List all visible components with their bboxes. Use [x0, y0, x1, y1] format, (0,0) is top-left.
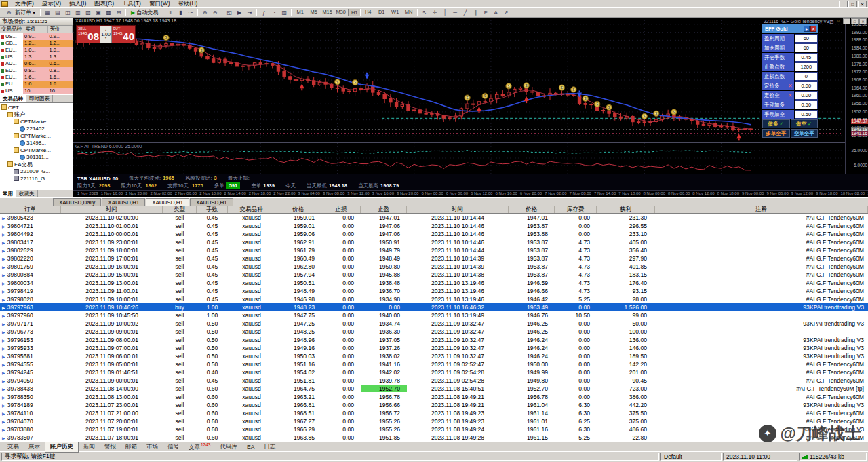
buy-long-button[interactable]: 做多✓ — [762, 119, 790, 128]
efp-field-label[interactable]: 定价空✕ — [762, 91, 794, 100]
table-row[interactable]: ▶397840702023.11.07 20:00:01sell0.60xauu… — [0, 417, 868, 425]
table-row[interactable]: ▶398000342023.11.09 13:00:01sell0.45xauu… — [0, 279, 868, 287]
channel-icon[interactable]: ∥ — [471, 9, 480, 17]
table-row[interactable]: ▶397961532023.11.09 08:00:01sell0.50xauu… — [0, 336, 868, 344]
market-watch-row[interactable]: AU...0.6...0.6... — [0, 60, 73, 67]
table-row[interactable]: ▶397942452023.11.09 01:46:51sell0.40xauu… — [0, 368, 868, 377]
menu-item-3[interactable]: 图表(C) — [90, 0, 118, 7]
history-col-8[interactable]: 时间 — [407, 206, 509, 213]
cancel-icon[interactable]: ✕ — [788, 92, 793, 98]
terminal-tab-4[interactable]: 警报 — [100, 442, 121, 452]
efp-close-icon[interactable]: ✕ — [810, 26, 816, 32]
table-row[interactable]: ▶398034172023.11.09 23:00:01sell0.45xauu… — [0, 238, 868, 246]
efp-panel-title[interactable]: EFP Gold▸✕ — [762, 24, 818, 33]
tree-item[interactable]: CPTMarke... — [0, 118, 73, 126]
autotrading-button[interactable]: ▶自动交易 — [128, 9, 161, 17]
efp-field-value[interactable]: 60 — [795, 43, 818, 52]
market-watch-row[interactable]: EU...1.6...1.6... — [0, 74, 73, 81]
table-row[interactable]: ▶397841102023.11.07 21:00:00sell0.60xauu… — [0, 409, 868, 417]
efp-field-label[interactable]: 手动加空 — [762, 110, 794, 119]
market-watch-row[interactable]: EU...1.6...1.6... — [0, 81, 73, 88]
timeframe-m5[interactable]: M5 — [307, 9, 320, 16]
zoom-in-icon[interactable]: ⊕ — [200, 9, 210, 17]
table-row[interactable]: ▶398008842023.11.09 15:00:01sell0.45xauu… — [0, 271, 868, 279]
history-col-9[interactable]: 价格 — [509, 206, 555, 213]
terminal-tab-7[interactable]: 信号 — [163, 442, 184, 452]
chart-shift-icon[interactable]: ⇥ — [245, 9, 254, 17]
table-row[interactable]: ▶397838802023.11.07 19:00:01sell0.60xauu… — [0, 425, 868, 434]
efp-field-label[interactable]: 开仓手数 — [762, 53, 794, 62]
chart-tab-1[interactable]: XAUUSD,H1 — [102, 198, 145, 206]
history-col-7[interactable]: 止盈 — [361, 206, 407, 213]
table-row[interactable]: ▶397884382023.11.08 14:00:00sell0.60xauu… — [0, 385, 868, 393]
efp-field-label[interactable]: 盈利周期 — [762, 34, 794, 43]
terminal-tab-11[interactable]: 日志 — [259, 442, 280, 452]
history-col-10[interactable]: 库存费 — [555, 206, 597, 213]
navigator-tab-0[interactable]: 常用 — [0, 190, 16, 197]
tree-item[interactable]: 301311... — [0, 154, 73, 161]
market-watch-row[interactable]: US...1.3...1.3... — [0, 54, 73, 60]
table-row[interactable]: ▶397971712023.11.09 10:00:02sell0.50xauu… — [0, 320, 868, 328]
history-col-4[interactable]: 交易品种 — [228, 206, 275, 213]
terminal-tab-8[interactable]: 文章1243 — [184, 442, 215, 453]
menu-item-5[interactable]: 窗口(W) — [145, 0, 174, 7]
table-row[interactable]: ▶398054232023.11.10 02:00:00sell0.45xauu… — [0, 214, 868, 222]
market-watch-row[interactable]: US...0.9...0.9... — [0, 33, 73, 40]
efp-field-label[interactable]: 止盈点数 — [762, 62, 794, 71]
table-row[interactable]: ▶397956812023.11.09 06:00:01sell0.50xauu… — [0, 352, 868, 360]
terminal-tab-5[interactable]: 邮箱 — [121, 442, 142, 452]
candlestick-icon[interactable]: ▮ — [176, 9, 185, 17]
menu-item-1[interactable]: 显示(V) — [38, 0, 65, 7]
tree-item[interactable]: EA交易 — [0, 161, 73, 168]
timeframe-w1[interactable]: W1 — [389, 9, 401, 16]
history-col-12[interactable]: 注释 — [655, 206, 868, 213]
market-watch-tab-1[interactable]: 即时图表 — [26, 95, 53, 102]
timeframe-mn[interactable]: MN — [402, 9, 415, 16]
navigator-tab-1[interactable]: 收藏夹 — [16, 190, 38, 197]
chart-tab-0[interactable]: XAUUSD,Daily — [53, 198, 101, 206]
tile-windows-icon[interactable]: ◱ — [224, 9, 234, 17]
efp-field-label[interactable]: 手动加多 — [762, 100, 794, 109]
terminal-tab-10[interactable]: EA — [242, 443, 259, 451]
efp-field-value[interactable]: 60 — [795, 34, 818, 43]
status-profile[interactable]: Default — [660, 453, 722, 461]
efp-collapse-icon[interactable]: ▸ — [804, 26, 810, 32]
terminal-tab-6[interactable]: 市场 — [142, 442, 163, 452]
market-watch-row[interactable]: EU...1.0...1.0... — [0, 47, 73, 54]
efp-field-value[interactable]: 0.50 — [795, 100, 818, 109]
line-chart-icon[interactable]: 〜 — [186, 9, 195, 17]
chart-restore-icon[interactable]: □ — [851, 18, 859, 24]
history-col-3[interactable]: 手数 — [197, 206, 228, 213]
efp-field-label[interactable]: 定价多✕ — [762, 81, 794, 90]
strategy-tester-icon[interactable]: ▩ — [104, 9, 113, 17]
time-axis[interactable]: 1 Nov 20231 Nov 16:001 Nov 20:002 Nov 02… — [73, 190, 868, 197]
timeframe-h4[interactable]: H4 — [361, 9, 374, 16]
tree-item[interactable]: 账户 — [0, 111, 73, 119]
menu-item-2[interactable]: 插入(I) — [65, 0, 90, 7]
table-row[interactable]: ▶397835072023.11.07 18:00:01sell0.60xauu… — [0, 434, 868, 442]
arrow-icon[interactable]: ↗ — [501, 9, 511, 17]
efp-field-label[interactable]: 止损点数 — [762, 72, 794, 81]
menu-item-4[interactable]: 工具(T) — [118, 0, 145, 7]
timeframe-m15[interactable]: M15 — [321, 9, 334, 16]
sell-button[interactable]: SELL 1945. 08 — [77, 26, 100, 43]
cancel-icon[interactable]: ✕ — [788, 83, 793, 89]
table-row[interactable]: ▶397984192023.11.09 11:00:01sell0.45xauu… — [0, 287, 868, 295]
table-row[interactable]: ▶397940502023.11.09 00:00:01sell0.45xauu… — [0, 377, 868, 385]
close-icon[interactable]: ✕ — [858, 1, 867, 7]
text-icon[interactable]: A — [491, 9, 500, 17]
history-col-0[interactable]: 订单 — [0, 206, 61, 213]
menu-item-6[interactable]: 帮助(H) — [174, 0, 202, 7]
lot-size-stepper[interactable]: ▲ 1.00 ▼ — [100, 26, 112, 43]
candlestick-chart[interactable]: $$$$$$$$$$$$$$$$ — [73, 18, 845, 142]
table-row[interactable]: ▶397979632023.11.09 10:46:26buy1.00xauus… — [0, 303, 868, 311]
charts-icon[interactable]: ▤ — [53, 9, 62, 17]
terminal-tab-2[interactable]: 账户历史 — [45, 442, 79, 453]
price-scale[interactable]: 1996.001992.001988.001984.001980.001976.… — [845, 18, 868, 174]
timeframe-h1[interactable]: H1 — [348, 9, 361, 16]
history-col-5[interactable]: 价格 — [275, 206, 321, 213]
hline-icon[interactable]: ─ — [450, 9, 460, 17]
efp-field-label[interactable]: 加仓周期 — [762, 43, 794, 52]
efp-field-value[interactable]: 0.00 — [795, 91, 818, 100]
history-col-2[interactable]: 类型 — [163, 206, 197, 213]
